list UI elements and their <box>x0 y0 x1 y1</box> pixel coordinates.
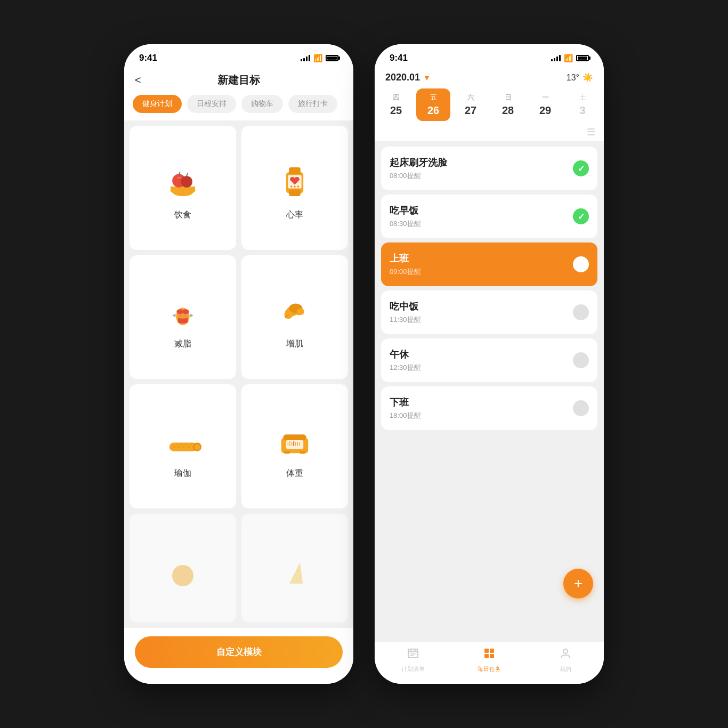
task-item-3[interactable]: 上班 09:00提醒 <box>381 242 597 286</box>
weather-icon: ☀️ <box>583 72 593 83</box>
current-date: 2020.01 <box>385 72 420 83</box>
grid-item-extra1[interactable] <box>130 514 236 623</box>
svg-point-25 <box>181 443 183 445</box>
grid-item-yoga[interactable]: 瑜伽 <box>130 384 236 508</box>
status-icons-left: 📶 <box>301 54 338 62</box>
cal-day-num-25: 25 <box>390 104 402 117</box>
task-item-6[interactable]: 下班 18:00提醒 <box>381 386 597 430</box>
svg-point-22 <box>188 446 190 448</box>
task-info-6: 下班 18:00提醒 <box>390 396 573 420</box>
signal-bars-right <box>551 55 561 61</box>
task-time-3: 09:00提醒 <box>390 267 573 277</box>
task-time-4: 11:30提醒 <box>390 315 573 325</box>
grid-item-heart[interactable]: 心率 <box>241 126 348 250</box>
heart-icon <box>273 160 316 203</box>
yoga-icon <box>161 419 204 462</box>
task-item-4[interactable]: 吃中饭 11:30提醒 <box>381 290 597 334</box>
back-button[interactable]: < <box>135 74 141 86</box>
cal-day-num-28: 28 <box>502 104 514 117</box>
cal-day-num-30: 3 <box>579 104 585 117</box>
tab-shopping[interactable]: 购物车 <box>241 95 283 113</box>
cal-day-name-28: 日 <box>505 93 512 102</box>
task-item-1[interactable]: 起床刷牙洗脸 08:00提醒 ✓ <box>381 147 597 190</box>
grid-label-weight: 体重 <box>286 468 303 479</box>
svg-point-11 <box>297 185 300 188</box>
weather-info: 13° ☀️ <box>567 72 593 83</box>
tab-fitness-plan[interactable]: 健身计划 <box>133 95 182 113</box>
task-toggle-6[interactable] <box>573 400 589 416</box>
hamburger-icon: ☰ <box>587 127 595 137</box>
svg-point-29 <box>195 444 200 450</box>
task-info-2: 吃早饭 08:30提醒 <box>390 204 573 229</box>
svg-point-17 <box>297 309 304 316</box>
signal-bar-2 <box>303 58 305 61</box>
cal-day-name-26: 五 <box>430 93 437 102</box>
task-check-1[interactable]: ✓ <box>573 160 589 176</box>
cal-day-25[interactable]: 四 25 <box>379 88 413 121</box>
nav-profile-label: 我的 <box>560 665 571 673</box>
calendar-strip: 四 25 五 26 六 27 日 28 一 29 土 3 <box>375 88 604 126</box>
tasks-list: 起床刷牙洗脸 08:00提醒 ✓ 吃早饭 08:30提醒 ✓ <box>375 141 604 641</box>
svg-rect-43 <box>408 649 418 658</box>
cal-day-27[interactable]: 六 27 <box>454 88 488 121</box>
tab-travel[interactable]: 旅行打卡 <box>288 95 337 113</box>
battery-fill-right <box>578 56 587 60</box>
svg-rect-52 <box>490 654 494 658</box>
grid-item-fat[interactable]: 减脂 <box>130 255 236 379</box>
cal-day-29[interactable]: 一 29 <box>528 88 562 121</box>
task-time-5: 12:30提醒 <box>390 363 573 373</box>
menu-icon[interactable]: ☰ <box>375 126 604 141</box>
svg-rect-7 <box>289 189 301 196</box>
task-toggle-5[interactable] <box>573 352 589 368</box>
add-task-fab[interactable]: + <box>563 569 593 598</box>
svg-point-9 <box>290 185 293 188</box>
svg-rect-51 <box>484 654 489 658</box>
nav-daily-task[interactable]: 每日任务 <box>451 647 527 673</box>
task-toggle-4[interactable] <box>573 304 589 320</box>
svg-point-27 <box>190 443 192 445</box>
task-time-2: 08:30提醒 <box>390 219 573 229</box>
cal-day-name-27: 六 <box>467 93 474 102</box>
date-selector[interactable]: 2020.01 ▼ <box>385 72 431 83</box>
tasks-list-wrapper: 起床刷牙洗脸 08:00提醒 ✓ 吃早饭 08:30提醒 ✓ <box>375 141 604 641</box>
svg-rect-50 <box>490 649 494 653</box>
wifi-icon-left: 📶 <box>313 54 322 62</box>
nav-profile[interactable]: 我的 <box>528 647 604 673</box>
nav-plan-list[interactable]: 计划清单 <box>375 647 451 673</box>
tab-schedule[interactable]: 日程安排 <box>187 95 236 113</box>
nav-daily-task-label: 每日任务 <box>478 665 501 673</box>
battery-icon-left <box>326 55 338 61</box>
cal-day-28[interactable]: 日 28 <box>491 88 525 121</box>
cal-day-num-29: 29 <box>539 104 551 117</box>
profile-icon <box>559 647 572 663</box>
grid-item-muscle[interactable]: 增肌 <box>241 255 348 379</box>
custom-module-button[interactable]: 自定义模块 <box>135 636 343 668</box>
task-item-5[interactable]: 午休 12:30提醒 <box>381 338 597 382</box>
plus-icon: + <box>574 575 583 592</box>
r-signal-bar-2 <box>554 58 555 61</box>
nav-plan-list-label: 计划清单 <box>401 665 425 673</box>
task-toggle-active-3[interactable] <box>573 256 589 272</box>
svg-point-14 <box>176 310 183 314</box>
r-signal-bar-1 <box>551 59 553 61</box>
task-info-4: 吃中饭 11:30提醒 <box>390 300 573 325</box>
task-info-5: 午休 12:30提醒 <box>390 348 573 373</box>
svg-point-21 <box>183 446 185 448</box>
grid-item-extra2[interactable] <box>241 514 348 623</box>
signal-bar-1 <box>301 59 302 61</box>
status-time-right: 9:41 <box>390 53 408 63</box>
task-check-2[interactable]: ✓ <box>573 208 589 224</box>
cal-day-30[interactable]: 土 3 <box>565 88 600 121</box>
grid-label-food: 饮食 <box>174 209 191 221</box>
svg-rect-6 <box>289 167 301 174</box>
status-time-left: 9:41 <box>139 53 157 63</box>
svg-point-20 <box>178 446 180 448</box>
svg-rect-32 <box>286 440 303 449</box>
grid-item-weight[interactable]: 体重 <box>241 384 348 508</box>
bottom-nav: 计划清单 每日任务 我的 <box>375 641 604 684</box>
cal-day-26[interactable]: 五 26 <box>416 88 450 121</box>
task-item-2[interactable]: 吃早饭 08:30提醒 ✓ <box>381 195 597 238</box>
grid-item-food[interactable]: 饮食 <box>130 126 236 250</box>
task-time-6: 18:00提醒 <box>390 411 573 420</box>
status-bar-right: 9:41 📶 <box>375 44 604 68</box>
